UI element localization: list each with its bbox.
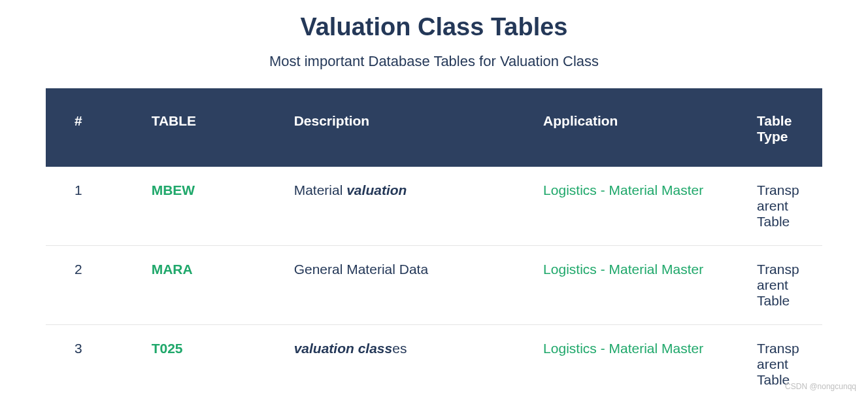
cell-application: Logistics - Material Master — [530, 325, 744, 396]
watermark: CSDN @nongcunqq — [785, 382, 856, 391]
cell-table: MBEW — [139, 167, 281, 246]
table-header-row: # TABLE Description Application Table Ty… — [46, 91, 822, 167]
table-row: 2 MARA General Material Data Logistics -… — [46, 246, 822, 325]
page-subtitle: Most important Database Tables for Valua… — [46, 53, 822, 70]
cell-num: 1 — [46, 167, 139, 246]
col-header-description: Description — [281, 91, 530, 167]
cell-num: 3 — [46, 325, 139, 396]
valuation-class-table: # TABLE Description Application Table Ty… — [46, 91, 822, 395]
table-name-link[interactable]: MARA — [152, 262, 193, 277]
cell-description: valuation classes — [281, 325, 530, 396]
desc-suffix: es — [392, 341, 407, 356]
table-name-link[interactable]: T025 — [152, 341, 183, 356]
application-link[interactable]: Logistics - Material Master — [543, 182, 703, 198]
cell-description: Material valuation — [281, 167, 530, 246]
application-link[interactable]: Logistics - Material Master — [543, 262, 703, 277]
desc-emphasis: valuation — [346, 182, 407, 198]
cell-type: Transparent Table — [744, 167, 822, 246]
page-title: Valuation Class Tables — [46, 13, 822, 41]
desc-text: Material — [294, 182, 347, 198]
cell-table: MARA — [139, 246, 281, 325]
cell-type: Transparent Table — [744, 246, 822, 325]
table-row: 1 MBEW Material valuation Logistics - Ma… — [46, 167, 822, 246]
cell-application: Logistics - Material Master — [530, 167, 744, 246]
col-header-num: # — [46, 91, 139, 167]
cell-table: T025 — [139, 325, 281, 396]
desc-emphasis: valuation class — [294, 341, 393, 356]
col-header-type: Table Type — [744, 91, 822, 167]
cell-num: 2 — [46, 246, 139, 325]
table-row: 3 T025 valuation classes Logistics - Mat… — [46, 325, 822, 396]
col-header-table: TABLE — [139, 91, 281, 167]
col-header-application: Application — [530, 91, 744, 167]
application-link[interactable]: Logistics - Material Master — [543, 341, 703, 356]
cell-application: Logistics - Material Master — [530, 246, 744, 325]
desc-text: General Material Data — [294, 262, 428, 277]
cell-description: General Material Data — [281, 246, 530, 325]
table-name-link[interactable]: MBEW — [152, 182, 195, 198]
table-container: # TABLE Description Application Table Ty… — [46, 88, 822, 395]
